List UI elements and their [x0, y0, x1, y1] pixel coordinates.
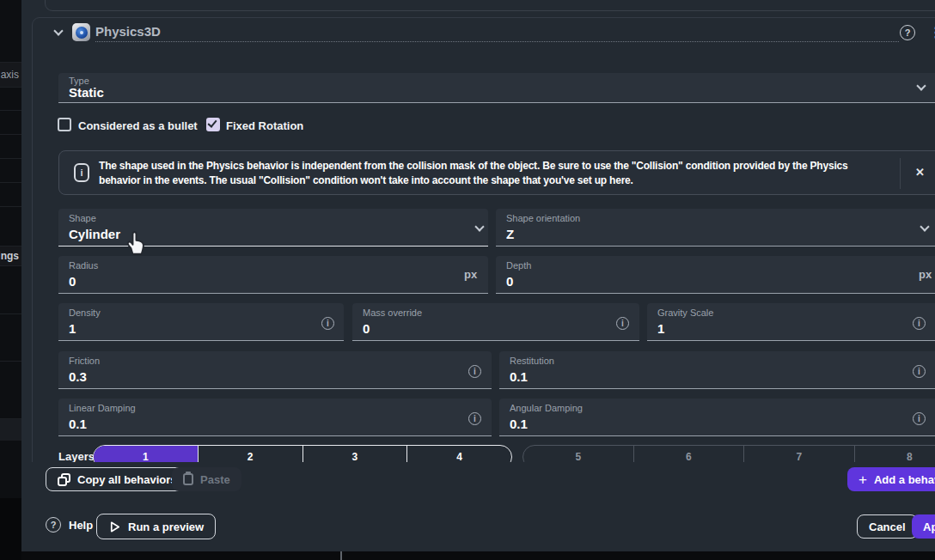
chevron-down-icon — [916, 81, 926, 90]
radius-label: Radius — [69, 260, 98, 271]
radius-input[interactable]: Radius 0 px — [58, 256, 488, 294]
alert-divider — [900, 158, 901, 189]
background-bottom — [0, 498, 21, 560]
mass-override-info-icon[interactable]: i — [616, 317, 629, 330]
behavior-help-icon[interactable]: ? — [900, 25, 915, 40]
help-button[interactable]: ? Help — [46, 517, 93, 533]
shape-orientation-value: Z — [506, 227, 514, 241]
gravity-scale-info-icon[interactable]: i — [913, 317, 926, 330]
shape-orientation-select[interactable]: Shape orientation Z — [496, 209, 935, 247]
behaviors-scroll-area[interactable]: Physics3D ? ⋮ Type Static Considered as … — [21, 0, 935, 462]
help-label: Help — [69, 519, 93, 532]
depth-label: Depth — [506, 260, 531, 271]
background-row — [0, 418, 21, 441]
background-row — [0, 361, 21, 385]
shape-info-alert: i The shape used in the Physics behavior… — [58, 150, 935, 195]
shape-value: Cylinder — [69, 227, 120, 241]
considered-bullet-checkbox[interactable] — [58, 118, 71, 131]
background-row — [0, 265, 21, 289]
layers-group-5-8: 5 6 7 8 — [522, 445, 935, 462]
physics3d-icon-sphere — [76, 27, 88, 39]
linear-damping-label: Linear Damping — [69, 403, 136, 413]
background-row — [0, 313, 21, 338]
shape-label: Shape — [69, 213, 96, 223]
layer-button-2[interactable]: 2 — [199, 446, 303, 462]
angular-damping-label: Angular Damping — [510, 403, 583, 413]
fixed-rotation-label[interactable]: Fixed Rotation — [226, 119, 303, 132]
restitution-info-icon[interactable]: i — [913, 365, 926, 378]
play-icon — [108, 520, 121, 533]
copy-icon — [58, 473, 70, 486]
apply-button[interactable]: Apply — [912, 514, 935, 539]
screen: axis ings Physics3D — [0, 0, 935, 560]
gravity-scale-input[interactable]: Gravity Scale 1 i — [647, 303, 935, 341]
restitution-label: Restitution — [510, 356, 554, 366]
background-divider-line — [340, 551, 342, 560]
add-behavior-button[interactable]: + Add a behavior — [847, 467, 935, 491]
paste-label: Paste — [200, 473, 230, 486]
background-left-panel: axis ings — [0, 0, 21, 560]
friction-label: Friction — [69, 356, 100, 366]
gravity-scale-label: Gravity Scale — [657, 307, 713, 318]
radius-unit: px — [464, 268, 477, 281]
mass-override-input[interactable]: Mass override 0 i — [352, 303, 639, 341]
mass-override-label: Mass override — [363, 307, 422, 318]
behaviors-editor-dialog: Physics3D ? ⋮ Type Static Considered as … — [21, 0, 935, 551]
check-icon — [207, 118, 217, 128]
copy-all-behaviors-label: Copy all behaviors — [77, 473, 177, 486]
restitution-input[interactable]: Restitution 0.1 i — [499, 351, 935, 389]
shape-select[interactable]: Shape Cylinder — [58, 209, 488, 247]
alert-text: The shape used in the Physics behavior i… — [99, 159, 881, 188]
chevron-down-icon — [474, 222, 484, 231]
layers-label: Layers — [58, 450, 95, 462]
depth-unit: px — [919, 268, 932, 281]
type-select[interactable]: Type Static — [58, 73, 935, 103]
layer-button-5[interactable]: 5 — [523, 446, 634, 462]
run-preview-button[interactable]: Run a preview — [96, 514, 216, 539]
density-input[interactable]: Density 1 i — [58, 303, 344, 341]
mouse-cursor-hand — [125, 228, 149, 256]
linear-damping-value: 0.1 — [69, 417, 87, 431]
layer-button-4[interactable]: 4 — [407, 446, 511, 462]
layer-button-8[interactable]: 8 — [855, 446, 935, 462]
paste-button[interactable]: Paste — [172, 467, 241, 491]
type-value: Static — [69, 85, 104, 100]
friction-info-icon[interactable]: i — [468, 365, 481, 378]
friction-input[interactable]: Friction 0.3 i — [58, 351, 492, 389]
physics3d-behavior-icon — [72, 23, 90, 41]
behavior-name-field[interactable]: Physics3D — [95, 24, 899, 42]
depth-input[interactable]: Depth 0 px — [496, 256, 935, 294]
background-row — [0, 87, 21, 110]
physics3d-icon-core — [80, 31, 83, 34]
background-row — [0, 110, 21, 134]
background-row — [0, 206, 21, 230]
cancel-label: Cancel — [869, 520, 906, 533]
chevron-down-icon — [920, 222, 929, 231]
linear-damping-info-icon[interactable]: i — [468, 412, 481, 425]
fixed-rotation-checkbox[interactable] — [206, 118, 220, 131]
angular-damping-info-icon[interactable]: i — [913, 412, 926, 425]
apply-label: Apply — [923, 520, 935, 533]
layer-button-1[interactable]: 1 — [94, 446, 199, 462]
background-row — [0, 158, 21, 182]
layer-button-3[interactable]: 3 — [303, 446, 408, 462]
shape-orientation-label: Shape orientation — [506, 213, 580, 223]
depth-value: 0 — [506, 274, 513, 289]
previous-behavior-card-edge — [45, 0, 935, 11]
copy-all-behaviors-button[interactable]: Copy all behaviors — [46, 467, 189, 491]
angular-damping-input[interactable]: Angular Damping 0.1 i — [499, 399, 935, 436]
behavior-menu-kebab-icon[interactable]: ⋮ — [929, 24, 935, 40]
background-text-fragment: axis — [1, 69, 19, 81]
background-row — [0, 182, 21, 206]
restitution-value: 0.1 — [510, 369, 528, 384]
density-info-icon[interactable]: i — [321, 317, 334, 330]
cancel-button[interactable]: Cancel — [857, 514, 918, 539]
alert-close-icon[interactable]: ✕ — [915, 166, 925, 179]
layer-button-6[interactable]: 6 — [634, 446, 745, 462]
clipboard-icon — [183, 473, 193, 485]
linear-damping-input[interactable]: Linear Damping 0.1 i — [58, 399, 492, 436]
info-icon: i — [74, 163, 89, 182]
layer-button-7[interactable]: 7 — [744, 446, 855, 462]
considered-bullet-label[interactable]: Considered as a bullet — [78, 119, 198, 132]
radius-value: 0 — [69, 274, 76, 289]
